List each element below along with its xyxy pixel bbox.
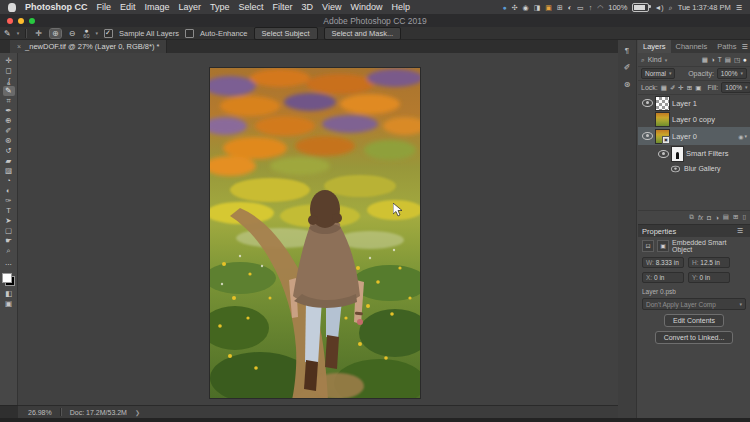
layers-panel-menu-icon[interactable]: ☰	[741, 43, 750, 51]
zoom-tool-icon[interactable]: ⌕	[3, 246, 15, 256]
smart-filter-mask-thumbnail[interactable]	[672, 147, 683, 161]
height-field[interactable]: H: 12.5 in	[688, 257, 730, 268]
select-and-mask-button[interactable]: Select and Mask...	[324, 27, 402, 40]
blend-mode-select[interactable]: Normal ▾	[641, 68, 675, 79]
add-to-selection-brush-icon[interactable]: ⊕	[50, 29, 61, 38]
visibility-eye-icon[interactable]	[642, 99, 653, 107]
smart-filters-collapse-icon[interactable]: ▾	[744, 133, 747, 139]
menu-item-edit[interactable]: Edit	[120, 2, 136, 12]
app-status-blue-icon[interactable]: ●	[502, 4, 506, 11]
statusbar-arrow-icon[interactable]: ❯	[135, 409, 140, 416]
filter-toggle-icon[interactable]: ●	[743, 56, 747, 63]
layer-row-blur-gallery[interactable]: Blur Gallery	[638, 162, 750, 175]
properties-menu-icon[interactable]: ☰	[737, 227, 746, 235]
path-selection-tool-icon[interactable]: ➤	[3, 216, 15, 226]
tab-channels[interactable]: Channels	[671, 40, 713, 53]
menu-item-view[interactable]: View	[322, 2, 341, 12]
layer-comp-select[interactable]: Don't Apply Layer Comp ▾	[642, 298, 746, 310]
filter-pixel-layers-icon[interactable]: ▦	[702, 56, 708, 64]
menubar-clock[interactable]: Tue 1:37:48 PM	[678, 3, 731, 12]
new-layer-icon[interactable]: ⊞	[733, 213, 738, 221]
layer-name[interactable]: Layer 0	[672, 132, 697, 141]
history-brush-tool-icon[interactable]: ↺	[3, 146, 15, 156]
opacity-select[interactable]: 100% ▾	[717, 68, 747, 79]
arrow-up-icon[interactable]: ↑	[589, 4, 593, 11]
gradient-tool-icon[interactable]: ▨	[3, 166, 15, 176]
quick-mask-icon[interactable]: ◧	[3, 289, 15, 299]
layer-name[interactable]: Blur Gallery	[684, 165, 721, 172]
menu-item-photoshop-cc[interactable]: Photoshop CC	[25, 2, 88, 12]
move-tool-icon[interactable]: ✛	[3, 56, 15, 66]
apple-menu-icon[interactable]	[8, 3, 16, 12]
fill-select[interactable]: 100% ▾	[721, 82, 750, 93]
screen-mode-icon[interactable]: ▣	[3, 299, 15, 309]
layer-name[interactable]: Smart Filters	[686, 149, 729, 158]
app-status-gray-1-icon[interactable]: ✣	[512, 4, 518, 11]
lock-artboard-icon[interactable]: ⊞	[687, 84, 692, 92]
visibility-eye-icon[interactable]	[671, 165, 680, 171]
brush-tool-icon[interactable]: ✐	[3, 126, 15, 136]
y-field[interactable]: Y: 0 in	[688, 272, 730, 283]
menu-item-filter[interactable]: Filter	[273, 2, 293, 12]
layer-row-layer-1[interactable]: Layer 1	[638, 95, 750, 111]
auto-enhance-checkbox[interactable]	[185, 29, 194, 38]
tool-preset-caret-icon[interactable]: ▾	[17, 30, 20, 36]
visibility-eye-icon[interactable]	[642, 132, 653, 140]
spot-healing-tool-icon[interactable]: ⊕	[3, 116, 15, 126]
layer-name[interactable]: Layer 0 copy	[672, 115, 715, 124]
menu-item-image[interactable]: Image	[145, 2, 170, 12]
quick-selection-tool-icon[interactable]: ✎	[3, 86, 15, 96]
new-group-icon[interactable]: ▤	[723, 213, 729, 221]
wifi-icon[interactable]: ◠	[597, 4, 603, 11]
marquee-tool-icon[interactable]: ◻	[3, 66, 15, 76]
battery-icon[interactable]	[632, 3, 649, 12]
new-selection-brush-icon[interactable]: ✛	[33, 29, 44, 38]
filter-kind-select[interactable]: Kind	[648, 56, 662, 63]
lock-pixels-icon[interactable]: ✐	[670, 84, 675, 92]
menu-item-select[interactable]: Select	[239, 2, 264, 12]
eraser-tool-icon[interactable]: ▰	[3, 156, 15, 166]
close-tab-icon[interactable]: ×	[17, 43, 21, 50]
brush-settings-panel-icon[interactable]: ✐	[624, 63, 631, 72]
current-tool-icon[interactable]: ✎	[4, 29, 11, 38]
x-field[interactable]: X: 0 in	[642, 272, 684, 283]
delete-layer-icon[interactable]: ▯	[742, 213, 746, 221]
spotlight-icon[interactable]: ⌕	[669, 4, 673, 11]
app-status-orange-icon[interactable]: ▣	[545, 4, 552, 11]
notification-center-icon[interactable]: ☰	[736, 4, 742, 11]
blur-tool-icon[interactable]: ◔	[3, 176, 15, 186]
pen-tool-icon[interactable]: ✑	[3, 196, 15, 206]
filter-type-layers-icon[interactable]: T	[718, 56, 722, 63]
convert-to-linked-button[interactable]: Convert to Linked...	[655, 331, 734, 344]
zoom-level-field[interactable]: 26.98%	[28, 409, 52, 416]
menu-item-3d[interactable]: 3D	[302, 2, 314, 12]
add-layer-mask-icon[interactable]: ◘	[707, 214, 711, 221]
menu-item-layer[interactable]: Layer	[179, 2, 202, 12]
paragraph-panel-icon[interactable]: ¶	[625, 46, 629, 55]
crop-tool-icon[interactable]: ⌗	[3, 96, 15, 106]
menu-item-type[interactable]: Type	[210, 2, 230, 12]
tab-paths[interactable]: Paths	[712, 40, 741, 53]
filter-smart-object-layers-icon[interactable]: ◳	[734, 56, 740, 64]
tab-layers[interactable]: Layers	[638, 40, 671, 53]
filter-kind-caret-icon[interactable]: ▾	[665, 57, 668, 63]
new-adjustment-layer-icon[interactable]: ◑	[715, 214, 719, 221]
filter-group-layers-icon[interactable]: ▤	[725, 56, 731, 64]
menu-item-file[interactable]: File	[97, 2, 112, 12]
lock-all-icon[interactable]: ▣	[695, 84, 701, 92]
subtract-from-selection-brush-icon[interactable]: ⊖	[67, 29, 78, 38]
layer-name[interactable]: Layer 1	[672, 99, 697, 108]
display-icon[interactable]: ▭	[577, 4, 584, 11]
layer-effects-icon[interactable]: fx	[698, 214, 703, 221]
canvas-area[interactable]	[18, 53, 618, 405]
type-tool-icon[interactable]: T	[3, 206, 15, 216]
keyboard-brightness-icon[interactable]: ◐	[568, 4, 572, 11]
layer-0-copy-thumbnail[interactable]	[656, 113, 669, 126]
shape-tool-icon[interactable]: ▢	[3, 226, 15, 236]
app-status-gray-3-icon[interactable]: ◨	[534, 4, 541, 11]
edit-contents-button[interactable]: Edit Contents	[664, 314, 724, 327]
filter-adjustment-layers-icon[interactable]: ◑	[711, 56, 715, 63]
layer-1-thumbnail[interactable]	[656, 97, 669, 110]
layer-row-layer-0[interactable]: ▣ Layer 0 ◉ ▾	[638, 127, 750, 145]
width-field[interactable]: W: 8.333 in	[642, 257, 684, 268]
